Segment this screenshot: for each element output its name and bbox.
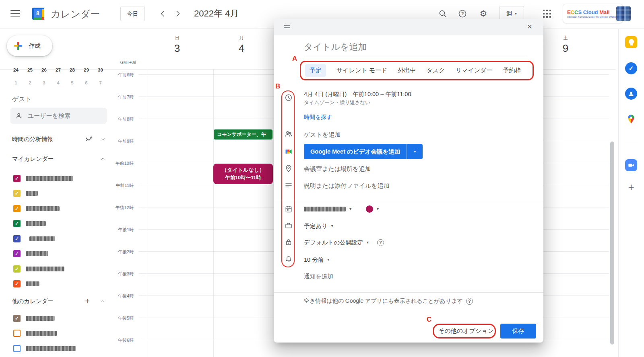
save-button[interactable]: 保存 bbox=[500, 324, 536, 339]
minical-date[interactable]: 6 bbox=[79, 80, 93, 85]
calendar-checkbox[interactable]: ✓ bbox=[13, 250, 21, 257]
find-a-time-link[interactable]: 時間を探す bbox=[304, 114, 332, 121]
minical-date[interactable]: 25 bbox=[23, 68, 37, 72]
day-number[interactable]: 4 bbox=[225, 42, 258, 55]
calendar-checkbox[interactable]: ✓ bbox=[13, 220, 21, 227]
event-type-tab[interactable]: サイレント モード bbox=[336, 64, 388, 77]
today-button[interactable]: 今日 bbox=[120, 6, 145, 21]
busy-select-row[interactable]: 予定あり ▾ bbox=[304, 221, 333, 231]
minical-date[interactable]: 24 bbox=[9, 68, 23, 72]
add-description-field[interactable]: 説明または添付ファイルを追加 bbox=[304, 182, 390, 190]
day-header-sunday[interactable]: 日 3 bbox=[161, 35, 193, 55]
hour-row: 午前8時 bbox=[0, 119, 136, 141]
calendar-checkbox[interactable]: ✓ bbox=[13, 205, 21, 212]
minical-date[interactable]: 3 bbox=[37, 80, 51, 85]
close-icon[interactable]: × bbox=[523, 20, 536, 33]
day-number[interactable]: 9 bbox=[549, 42, 582, 55]
help-icon[interactable]: ? bbox=[466, 298, 473, 305]
calendar-color-dot[interactable] bbox=[366, 205, 373, 213]
minical-date[interactable]: 2 bbox=[23, 80, 37, 85]
meet-options-dropdown[interactable]: ▾ bbox=[407, 144, 423, 159]
hour-label: 午前9時 bbox=[118, 138, 134, 144]
account-card[interactable]: ECCS Cloud Mail Information Technology C… bbox=[563, 4, 623, 23]
keep-icon[interactable] bbox=[625, 36, 637, 48]
add-notification-link[interactable]: 通知を追加 bbox=[304, 273, 333, 280]
calendar-checkbox[interactable]: ✓ bbox=[13, 345, 21, 352]
event-timezone-recurrence[interactable]: タイムゾーン・繰り返さない bbox=[304, 99, 370, 106]
hour-label: 午後2時 bbox=[118, 249, 134, 255]
next-arrow-icon[interactable] bbox=[173, 9, 183, 18]
event-common-supporter[interactable]: コモンサポーター、午 bbox=[214, 129, 272, 140]
add-meet-button[interactable]: Google Meet のビデオ会議を追加 ▾ bbox=[304, 144, 423, 159]
calendar-list-item[interactable]: ✓ bbox=[13, 201, 73, 216]
event-creation-dialog: × タイトルを追加 予定サイレント モード外出中タスクリマインダー予約枠 bbox=[274, 19, 543, 343]
help-icon[interactable]: ? bbox=[458, 9, 467, 18]
zoom-app-icon[interactable] bbox=[625, 159, 637, 171]
calendar-list-item[interactable]: ✓ bbox=[13, 231, 73, 246]
search-icon[interactable] bbox=[438, 9, 448, 18]
minical-date[interactable]: 7 bbox=[93, 80, 107, 85]
eccs-logo: ECCS Cloud Mail Information Technology C… bbox=[567, 9, 616, 18]
maps-icon[interactable] bbox=[625, 113, 637, 125]
calendar-list-item[interactable]: ✓ bbox=[13, 171, 73, 186]
more-options-button[interactable]: その他のオプション bbox=[436, 327, 497, 335]
calendar-checkbox[interactable]: ✓ bbox=[13, 175, 21, 182]
calendar-select-row[interactable]: ▾ ▾ bbox=[304, 204, 379, 214]
calendar-checkbox[interactable]: ✓ bbox=[13, 315, 21, 322]
minical-date[interactable]: 5 bbox=[65, 80, 79, 85]
dialog-drag-bar[interactable]: × bbox=[274, 19, 543, 35]
get-add-ons-icon[interactable]: + bbox=[625, 181, 637, 193]
minical-date[interactable]: 1 bbox=[9, 80, 23, 85]
settings-gear-icon[interactable]: ⚙ bbox=[479, 9, 488, 18]
availability-note-text: 空き情報は他の Google アプリにも表示されることがあります bbox=[304, 298, 463, 305]
calendar-list-item[interactable]: ✓ bbox=[13, 246, 73, 262]
reminder-select-row[interactable]: 10 分前 ▾ bbox=[304, 255, 329, 265]
calendar-checkbox[interactable]: ✓ bbox=[13, 190, 21, 197]
google-apps-grid-icon[interactable] bbox=[543, 9, 551, 18]
calendar-list-item[interactable]: ✓ bbox=[13, 186, 73, 201]
help-icon[interactable]: ? bbox=[377, 239, 384, 246]
calendar-checkbox[interactable]: ✓ bbox=[13, 280, 21, 287]
event-title-input[interactable]: タイトルを追加 bbox=[304, 41, 527, 57]
event-datetime[interactable]: 4月 4日 (月曜日) 午前10:00 – 午前11:00 bbox=[304, 90, 411, 98]
busy-label: 予定あり bbox=[304, 222, 328, 230]
add-location-field[interactable]: 会議室または場所を追加 bbox=[304, 165, 371, 173]
event-type-tab[interactable]: 外出中 bbox=[398, 64, 416, 77]
calendar-list-item[interactable]: ✓ bbox=[13, 341, 76, 356]
calendar-checkbox[interactable]: ✓ bbox=[13, 265, 21, 273]
event-no-title[interactable]: （タイトルなし） 午前10時〜11時 bbox=[213, 164, 273, 184]
day-header-monday[interactable]: 月 4 bbox=[225, 35, 258, 55]
hour-label: 午後4時 bbox=[118, 293, 134, 299]
hamburger-menu-icon[interactable] bbox=[10, 10, 20, 17]
calendar-list-item[interactable]: ✓ bbox=[13, 261, 73, 277]
visibility-select-row[interactable]: デフォルトの公開設定 ▾ ? bbox=[304, 238, 384, 247]
minical-date[interactable]: 29 bbox=[79, 68, 93, 72]
day-number[interactable]: 3 bbox=[161, 42, 193, 55]
calendar-list-item[interactable]: ✓ bbox=[13, 326, 76, 341]
minical-date[interactable]: 4 bbox=[51, 80, 65, 85]
vertical-scrollbar[interactable] bbox=[610, 142, 614, 345]
event-type-tab[interactable]: 予定 bbox=[305, 64, 326, 77]
calendar-checkbox[interactable]: ✓ bbox=[13, 235, 21, 242]
calendar-logo-icon[interactable]: 8 bbox=[31, 6, 46, 23]
minical-date[interactable]: 28 bbox=[65, 68, 79, 72]
calendar-checkbox[interactable]: ✓ bbox=[13, 330, 21, 337]
event-type-tab[interactable]: タスク bbox=[427, 64, 445, 77]
calendar-list-item[interactable]: ✓ bbox=[13, 216, 73, 232]
tasks-icon[interactable]: ✓ bbox=[625, 62, 637, 74]
day-header-saturday[interactable]: 土 9 bbox=[549, 35, 582, 55]
calendar-list-item[interactable]: ✓ bbox=[13, 277, 73, 292]
drag-handle-icon[interactable] bbox=[284, 25, 290, 29]
event-type-tab[interactable]: 予約枠 bbox=[503, 64, 521, 77]
minical-date[interactable]: 27 bbox=[51, 68, 65, 72]
create-button[interactable]: 作成 bbox=[7, 35, 52, 56]
contacts-icon[interactable] bbox=[625, 88, 637, 100]
minical-date[interactable]: 26 bbox=[37, 68, 51, 72]
calendar-list-item[interactable]: ✓ bbox=[13, 311, 76, 326]
create-button-label: 作成 bbox=[29, 42, 41, 50]
prev-arrow-icon[interactable] bbox=[158, 9, 167, 18]
add-guests-field[interactable]: ゲストを追加 bbox=[304, 131, 341, 139]
event-type-tab[interactable]: リマインダー bbox=[456, 64, 493, 77]
annotation-label-c: C bbox=[427, 316, 431, 324]
minical-date[interactable]: 30 bbox=[93, 68, 107, 72]
